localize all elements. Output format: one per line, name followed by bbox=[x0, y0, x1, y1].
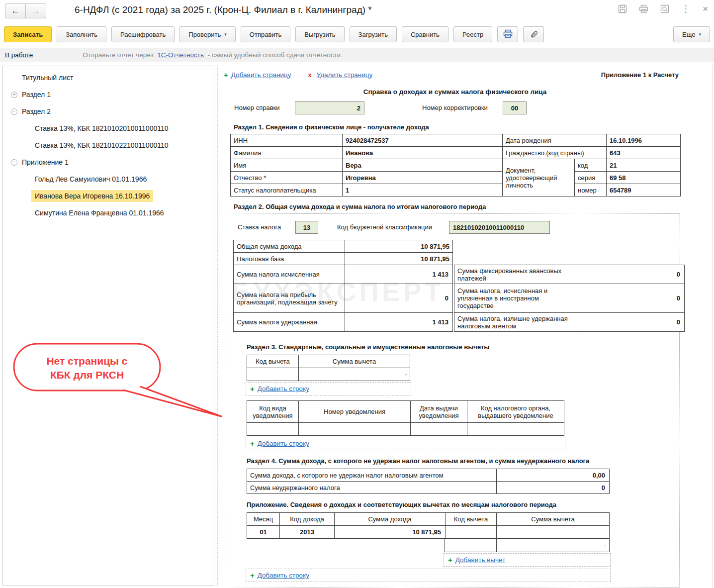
page-actions-row: + Добавить страницу x Удалить страницу П… bbox=[224, 71, 709, 79]
close-icon[interactable]: × bbox=[703, 4, 708, 13]
deduction-code-field[interactable] bbox=[445, 539, 497, 552]
add-row-link[interactable]: Добавить строку bbox=[258, 440, 309, 447]
print-icon[interactable] bbox=[639, 4, 648, 13]
doc-series-field[interactable]: 69 58 bbox=[607, 172, 681, 184]
inn-field[interactable]: 924028472537 bbox=[343, 134, 503, 147]
certificate-title: Справка о доходах и суммах налога физиче… bbox=[219, 88, 691, 96]
firstname-field[interactable]: Вера bbox=[343, 159, 503, 172]
deduction-amount-field[interactable]: - bbox=[299, 368, 410, 381]
attachments-button[interactable] bbox=[523, 26, 544, 42]
send-button[interactable]: Отправить bbox=[241, 26, 290, 42]
add-page-link[interactable]: Добавить страницу bbox=[231, 71, 291, 79]
tree-item-person-gold[interactable]: Гольд Лев Самуилович 01.01.1966 bbox=[3, 171, 214, 188]
sections-tree: Титульный лист +Раздел 1 −Раздел 2 Ставк… bbox=[3, 66, 214, 221]
notif-number-field[interactable] bbox=[299, 423, 411, 436]
doc-number-field[interactable]: 654789 bbox=[607, 184, 681, 196]
notif-type-header: Код вида уведомления bbox=[247, 401, 299, 423]
tax-rate-field[interactable]: 13 bbox=[295, 221, 318, 234]
taxpayer-status-field[interactable]: 1 bbox=[343, 184, 503, 196]
forward-button[interactable]: → bbox=[25, 3, 46, 18]
1c-reporting-link[interactable]: 1С-Отчетность bbox=[157, 51, 204, 59]
print-button[interactable] bbox=[497, 26, 518, 42]
lastname-label: Фамилия bbox=[231, 147, 343, 159]
tax-not-withheld-field[interactable]: 0 bbox=[497, 482, 610, 494]
status-message-before: Отправьте отчет через bbox=[83, 51, 153, 59]
deduction-amount-field[interactable]: - bbox=[497, 539, 610, 552]
month-header: Месяц bbox=[247, 513, 280, 526]
notif-authority-field[interactable] bbox=[467, 423, 564, 436]
tree-item-title-page[interactable]: Титульный лист bbox=[3, 69, 214, 86]
profit-tax-offset-field[interactable]: 0 bbox=[345, 284, 453, 313]
registry-button[interactable]: Реестр bbox=[453, 26, 492, 42]
kbk-field[interactable]: 18210102010011000110 bbox=[449, 221, 550, 234]
add-row-link[interactable]: Добавить строку bbox=[258, 572, 309, 579]
back-button[interactable]: ← bbox=[5, 3, 26, 18]
expand-plus-icon[interactable]: + bbox=[11, 92, 17, 98]
printer-icon bbox=[503, 29, 513, 40]
deduction-code-cell[interactable] bbox=[446, 526, 497, 539]
section4-table: Сумма дохода, с которого не удержан нало… bbox=[247, 469, 610, 494]
lastname-field[interactable]: Иванова bbox=[343, 147, 503, 159]
deduction-code-field[interactable] bbox=[247, 368, 299, 381]
import-button[interactable]: Загрузить bbox=[350, 26, 397, 42]
doc-code-field[interactable]: 21 bbox=[607, 159, 681, 172]
check-button[interactable]: Проверить▾ bbox=[179, 26, 236, 42]
notif-type-field[interactable] bbox=[247, 423, 299, 436]
collapse-minus-icon[interactable]: − bbox=[11, 159, 17, 166]
compare-button[interactable]: Сравнить bbox=[402, 26, 448, 42]
income-code-field[interactable]: 2013 bbox=[280, 526, 335, 539]
notif-date-field[interactable] bbox=[411, 423, 467, 436]
tax-withheld-field[interactable]: 1 413 bbox=[345, 313, 453, 332]
table-row: Месяц Код дохода Сумма дохода Код вычета… bbox=[247, 513, 610, 526]
section4-header: Раздел 4. Сумма дохода, с которого не уд… bbox=[247, 457, 679, 465]
save-icon[interactable] bbox=[618, 4, 627, 13]
tree-item-person-simutina[interactable]: Симутина Елена Францевна 01.01.1966 bbox=[3, 204, 214, 221]
section2-left-table: Общая сумма дохода 10 871,95 Налоговая б… bbox=[233, 240, 453, 332]
excess-withheld-field[interactable]: 0 bbox=[579, 313, 685, 332]
month-field[interactable]: 01 bbox=[247, 526, 280, 539]
tax-base-label: Налоговая база bbox=[234, 253, 345, 265]
deduction-amount-cell[interactable] bbox=[497, 526, 610, 539]
preview-icon[interactable] bbox=[660, 4, 669, 13]
middlename-label: Отчество * bbox=[231, 172, 343, 184]
more-button[interactable]: Еще▾ bbox=[673, 26, 710, 42]
excess-withheld-label: Сумма налога, излишне удержанная налогов… bbox=[454, 313, 579, 332]
add-row-link[interactable]: Добавить строку bbox=[258, 385, 309, 392]
certificate-form: БУХЭКСПЕРТ + Добавить страницу x Удалить… bbox=[219, 65, 714, 588]
tax-base-value: 10 871,95 bbox=[345, 253, 453, 265]
middlename-field[interactable]: Игоревна bbox=[343, 172, 503, 184]
panel-splitter[interactable] bbox=[217, 66, 218, 586]
plus-icon: + bbox=[448, 556, 452, 564]
decrypt-button[interactable]: Расшифровать bbox=[111, 26, 175, 42]
tree-item-section2[interactable]: −Раздел 2 bbox=[3, 103, 214, 120]
toolbar: Записать Заполнить Расшифровать Проверит… bbox=[0, 22, 714, 47]
delete-page-link[interactable]: Удалить страницу bbox=[317, 71, 373, 79]
export-button[interactable]: Выгрузить bbox=[295, 26, 344, 42]
tax-calculated-field[interactable]: 1 413 bbox=[345, 265, 453, 284]
kebab-menu-icon[interactable]: ⋮ bbox=[681, 4, 691, 13]
table-row: Фамилия Иванова Гражданство (код страны)… bbox=[231, 147, 681, 159]
income-amount-field[interactable]: 10 871,95 bbox=[335, 526, 446, 539]
tree-item-appendix1[interactable]: −Приложение 1 bbox=[3, 154, 214, 171]
income-not-withheld-field[interactable]: 0,00 bbox=[497, 469, 610, 482]
birthdate-field[interactable]: 16.10.1996 bbox=[607, 134, 681, 147]
plus-icon: + bbox=[224, 71, 228, 79]
save-button[interactable]: Записать bbox=[4, 26, 52, 42]
report-status-link[interactable]: В работе bbox=[5, 51, 33, 59]
add-deduction-link[interactable]: Добавить вычет bbox=[455, 556, 506, 564]
tree-item-rate-kbk-1[interactable]: Ставка 13%, КБК 18210102010011000110 bbox=[3, 120, 214, 137]
correction-number-field[interactable]: 00 bbox=[503, 101, 527, 114]
fill-button[interactable]: Заполнить bbox=[57, 26, 106, 42]
tree-item-section1[interactable]: +Раздел 1 bbox=[3, 86, 214, 103]
table-row: ИНН 924028472537 Дата рождения 16.10.199… bbox=[231, 134, 681, 147]
tree-item-rate-kbk-2[interactable]: Ставка 13%, КБК 18210102210011000110 bbox=[3, 137, 214, 154]
plus-icon: + bbox=[250, 439, 255, 448]
certificate-number-field[interactable]: 2 bbox=[295, 101, 364, 114]
fixed-advance-field[interactable]: 0 bbox=[579, 265, 685, 284]
citizenship-field[interactable]: 643 bbox=[607, 147, 681, 159]
deduction-subrow-table: - bbox=[445, 539, 610, 552]
add-month-row-frame: + Добавить строку bbox=[246, 569, 611, 582]
tree-item-person-ivanova[interactable]: Иванова Вера Игоревна 16.10.1996 bbox=[3, 188, 214, 204]
collapse-minus-icon[interactable]: − bbox=[11, 108, 17, 115]
foreign-tax-field[interactable]: 0 bbox=[579, 284, 685, 313]
